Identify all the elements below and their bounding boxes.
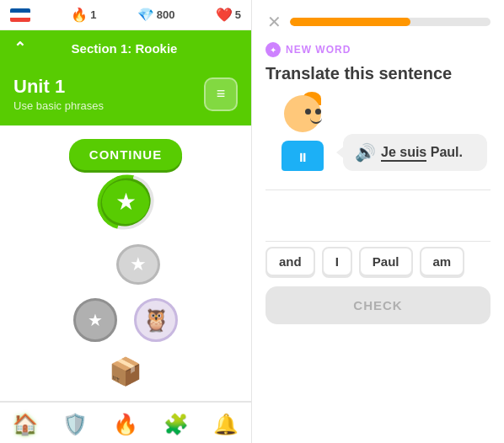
word-chip-paul[interactable]: Paul bbox=[359, 247, 413, 276]
rp-header: ✕ bbox=[265, 10, 491, 34]
word-bank: and I Paul am bbox=[265, 247, 491, 276]
lesson-circle-2[interactable]: ★ bbox=[116, 244, 160, 285]
fire-stat: 🔥 1 bbox=[71, 7, 96, 23]
nav-league[interactable]: 🔥 bbox=[106, 409, 145, 440]
answer-area bbox=[265, 195, 491, 229]
bottom-nav: 🏠 🛡️ 🔥 🧩 🔔 bbox=[0, 401, 251, 443]
unit-subtitle: Use basic phrases bbox=[13, 99, 104, 112]
star-main-icon: ★ bbox=[115, 188, 137, 216]
section-title: Section 1: Rookie bbox=[26, 41, 223, 56]
purple-dot-icon: ✦ bbox=[265, 42, 281, 57]
hearts-count: 5 bbox=[235, 8, 241, 21]
translate-title: Translate this sentence bbox=[265, 64, 491, 83]
bell-icon: 🔔 bbox=[213, 413, 239, 436]
flag-stat bbox=[10, 8, 30, 22]
char-eye-left bbox=[305, 109, 311, 115]
french-sentence: Je suis Paul. bbox=[381, 145, 463, 160]
new-word-label: NEW WORD bbox=[286, 44, 351, 56]
chevron-up-icon: ⌃ bbox=[13, 39, 26, 57]
check-button[interactable]: CHECK bbox=[265, 286, 491, 324]
top-bar: 🔥 1 💎 800 ❤️ 5 bbox=[0, 0, 251, 30]
fire-nav-icon: 🔥 bbox=[113, 413, 138, 436]
nav-practice[interactable]: 🧩 bbox=[157, 409, 196, 440]
nav-quests[interactable]: 🛡️ bbox=[56, 409, 94, 440]
gems-stat: 💎 800 bbox=[137, 7, 175, 23]
star-sm-icon: ★ bbox=[130, 254, 147, 275]
char-body: ⏸ bbox=[281, 141, 324, 171]
left-panel: 🔥 1 💎 800 ❤️ 5 ⌃ Section 1: Rookie Unit … bbox=[0, 0, 252, 443]
puzzle-icon: 🧩 bbox=[164, 413, 189, 436]
nav-notifications[interactable]: 🔔 bbox=[206, 409, 245, 440]
lesson-row: ★ 🦉 bbox=[73, 298, 178, 342]
char-smile bbox=[310, 118, 322, 124]
new-word-badge: ✦ NEW WORD bbox=[265, 42, 491, 57]
progress-bar bbox=[290, 18, 491, 26]
speaker-icon: 🔊 bbox=[355, 142, 376, 163]
gems-count: 800 bbox=[157, 8, 175, 21]
gem-icon: 💎 bbox=[137, 7, 154, 23]
notes-button[interactable]: ≡ bbox=[204, 77, 238, 111]
unit-title: Unit 1 bbox=[13, 76, 104, 98]
right-panel: ✕ ✦ NEW WORD Translate this sentence ⏸ 🔊… bbox=[252, 0, 504, 443]
divider-2 bbox=[265, 241, 491, 242]
char-eye-right bbox=[315, 109, 321, 115]
word-chip-i[interactable]: I bbox=[322, 247, 352, 276]
lessons-area: CONTINUE ★ ★ ★ 🦉 📦 bbox=[0, 125, 251, 401]
continue-button[interactable]: CONTINUE bbox=[69, 139, 182, 170]
lesson-circle-3[interactable]: ★ bbox=[73, 298, 117, 342]
nav-home[interactable]: 🏠 bbox=[6, 409, 45, 440]
word-chip-am[interactable]: am bbox=[420, 247, 465, 276]
home-icon: 🏠 bbox=[13, 413, 38, 436]
shield-nav-icon: 🛡️ bbox=[62, 413, 88, 436]
progress-bar-fill bbox=[290, 18, 410, 26]
divider-1 bbox=[265, 189, 491, 190]
unit-info: Unit 1 Use basic phrases bbox=[13, 76, 104, 112]
lesson-circle-main[interactable]: ★ bbox=[99, 177, 153, 227]
hearts-stat: ❤️ 5 bbox=[216, 7, 241, 23]
notes-icon: ≡ bbox=[217, 85, 226, 103]
fire-count: 1 bbox=[90, 8, 96, 21]
character-area: ⏸ 🔊 Je suis Paul. bbox=[265, 95, 491, 171]
section-header[interactable]: ⌃ Section 1: Rookie bbox=[0, 30, 251, 66]
flag-icon bbox=[10, 8, 30, 22]
character-figure: ⏸ bbox=[269, 95, 336, 171]
char-head bbox=[284, 95, 321, 132]
chest-icon: 📦 bbox=[109, 356, 142, 387]
unit-card: Unit 1 Use basic phrases ≡ bbox=[0, 66, 251, 125]
star-xs-icon: ★ bbox=[88, 310, 103, 330]
underlined-word: Je suis bbox=[381, 145, 426, 162]
close-button[interactable]: ✕ bbox=[265, 10, 283, 34]
pause-icon: ⏸ bbox=[297, 151, 308, 164]
heart-icon: ❤️ bbox=[216, 7, 233, 23]
speech-bubble[interactable]: 🔊 Je suis Paul. bbox=[343, 134, 487, 171]
fire-icon: 🔥 bbox=[71, 7, 88, 23]
owl-mascot: 🦉 bbox=[134, 298, 178, 342]
chest-area: 📦 bbox=[109, 355, 142, 387]
word-chip-and[interactable]: and bbox=[265, 247, 315, 276]
